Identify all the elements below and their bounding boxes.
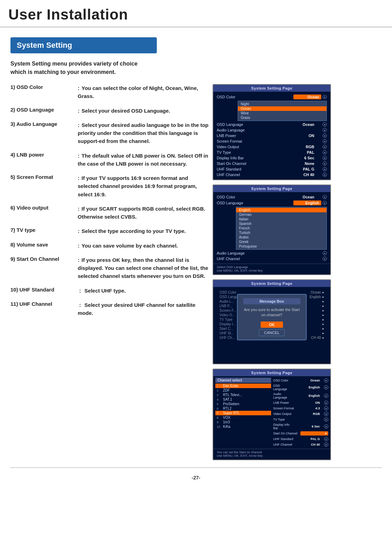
channel-row-7: 7 Super RTL	[215, 411, 271, 415]
ss1-row-uhfchan: UHF Channel CH 40 ●	[217, 172, 327, 177]
ss1-row-screen: Screen Format ●	[217, 138, 327, 144]
ss1-row-osdlang: OSD Language Ocean ●	[217, 122, 327, 127]
channel-row-1: 1 Das Erste	[215, 384, 271, 388]
screenshots-column: System Setting Page OSD Color Ocean ● Ni…	[213, 84, 382, 460]
screenshot-2: System Setting Page OSD Color Ocean ● OS…	[213, 184, 331, 275]
menu-item-start-on-channel: 9) Start On Channel :If you press OK key…	[10, 256, 209, 280]
channel-row-3: 3 RTL Televi...	[215, 393, 271, 397]
menu-item-audio-language: 3) Audio Language :Select your desired a…	[10, 121, 209, 145]
ss1-row-audio: Audio Language ●	[217, 127, 327, 133]
ss2-row-uhfchan: UHF Channel ●	[217, 256, 327, 262]
lang-french: French	[236, 226, 326, 230]
screenshot-4: System Setting Page Channel select 1 Das…	[213, 369, 331, 460]
screenshot-3: System Setting Page OSD ColorOcean ● OSD…	[213, 279, 331, 364]
ss2-row-osdlang: OSD Language English ●	[217, 200, 327, 206]
ss4-footer: You can set the Start on channelUse MENU…	[213, 449, 330, 460]
ss1-row-uhfstd: UHF Standard PAL G ●	[217, 166, 327, 172]
channel-row-8: 8 VOX	[215, 415, 271, 420]
dropdown-night: Night	[238, 102, 326, 106]
page-title: User Installation	[8, 6, 128, 23]
ss2-footer: Select OSD LanguageUse MENU, OK, EXIT, A…	[213, 264, 330, 274]
channel-row-6: 6 RTL2	[215, 406, 271, 411]
lang-spanish: Spanish	[236, 221, 326, 226]
ss4-right-settings: OSD Color Ocean ● OSD Language English ●…	[273, 378, 328, 447]
channel-row-5: 5 ProSieben	[215, 402, 271, 406]
menu-item-video-output: 6) Video output :If your SCART supports …	[10, 205, 209, 221]
page-footer: -27-	[10, 467, 382, 484]
channel-row-4: 4 SAT.1	[215, 397, 271, 402]
ss1-row-startchan: Start On Channel None ●	[217, 161, 327, 166]
ss1-row-infobar: Display Info Bar 6 Sec ●	[217, 155, 327, 161]
dropdown-grass: Grass	[238, 115, 326, 120]
menu-item-uhf-standard: 10) UHF Standard : Select UHF type.	[10, 287, 209, 295]
menu-item-screen-format: 5) Screen Format :If your TV supports 16…	[10, 174, 209, 198]
screenshot-1: System Setting Page OSD Color Ocean ● Ni…	[213, 84, 331, 180]
menu-item-uhf-channel: 11) UHF Channel : Select your desired UH…	[10, 301, 209, 317]
lang-greek: Greek	[236, 240, 326, 244]
ss2-row-audio: Audio Language ●	[217, 250, 327, 256]
page-header: User Installation	[0, 0, 392, 28]
lang-italian: Italian	[236, 217, 326, 221]
ss1-row-lnb: LNB Power ON ●	[217, 133, 327, 138]
lang-english: English	[236, 208, 326, 212]
intro-text: System Setting menu provides variety of …	[10, 60, 382, 76]
menu-item-lnb-power: 4) LNB power :The default value of LNB p…	[10, 152, 209, 168]
ss1-row-video: Video Output RGB ●	[217, 144, 327, 150]
dropdown-wine: Wine	[238, 111, 326, 115]
channel-row-9: 9 1m3	[215, 420, 271, 424]
section-header: System Setting	[10, 37, 157, 53]
channel-list: Channel select 1 Das Erste 2 ZDF 3 RTL T…	[215, 378, 271, 447]
ss4-header: System Setting Page	[213, 369, 330, 376]
menu-item-volume-save: 8) Volume save :You can save volume by e…	[10, 242, 209, 250]
ss1-row-osdcolor: OSD Color Ocean ●	[217, 94, 327, 100]
lang-german: German	[236, 212, 326, 217]
ss1-row-tvtype: TV Type PAL ●	[217, 150, 327, 155]
dropdown-ocean: Ocean	[238, 106, 326, 111]
lang-portuguese: Portuguese	[236, 244, 326, 249]
lang-arabic: Arabic	[236, 235, 326, 240]
channel-row-10: 10 KiKa	[215, 424, 271, 429]
lang-turkish: Turkish	[236, 230, 326, 235]
ss1-header: System Setting Page	[213, 85, 330, 92]
channel-list-header: Channel select	[215, 378, 271, 383]
menu-item-osd-color: 1) OSD Color :You can select the color o…	[10, 84, 209, 100]
ss2-row-osdcolor: OSD Color Ocean ●	[217, 194, 327, 200]
ss3-header: System Setting Page	[213, 280, 330, 287]
menu-item-tv-type: 7) TV type :Select the type according to…	[10, 227, 209, 235]
menu-list: 1) OSD Color :You can select the color o…	[10, 84, 213, 460]
channel-row-2: 2 ZDF	[215, 388, 271, 393]
menu-item-osd-language: 2) OSD Language :Select your desired OSD…	[10, 107, 209, 115]
ss2-header: System Setting Page	[213, 185, 330, 192]
